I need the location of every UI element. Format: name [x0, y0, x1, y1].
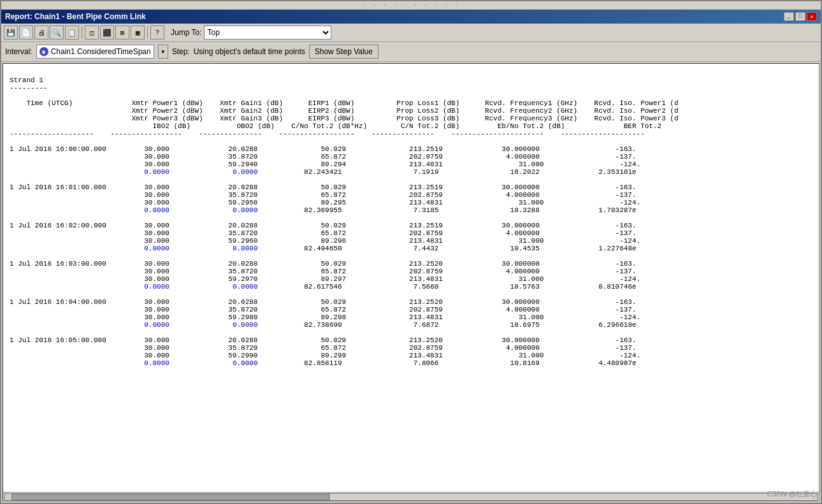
interval-icon: ◉	[40, 47, 48, 56]
interval-bar: Interval: ◉ Chain1 ConsideredTimeSpan ▼ …	[1, 42, 821, 62]
tool-btn-1[interactable]: ◫	[85, 25, 99, 40]
jump-to-area: Jump To: Top	[171, 25, 331, 40]
print-icon[interactable]: 🖨	[34, 25, 48, 40]
title-bar: Report: Chain1 - Bent Pipe Comm Link _ □…	[1, 10, 821, 24]
row-1: 1 Jul 2016 16:01:00.000 30.000 20.0288 5…	[10, 184, 640, 214]
show-step-button[interactable]: Show Step Value	[309, 45, 379, 59]
save-icon[interactable]: 💾	[4, 25, 18, 40]
horizontal-scrollbar[interactable]	[4, 493, 818, 501]
step-value: Using object's default time points	[194, 47, 305, 56]
row-5: 1 Jul 2016 16:05:00.000 30.000 20.0288 5…	[10, 336, 640, 367]
strand-divider: ---------	[10, 84, 47, 92]
jump-to-label: Jump To:	[171, 28, 201, 37]
copy-icon[interactable]: 📋	[65, 25, 79, 40]
row-0: 1 Jul 2016 16:00:00.000 30.000 20.0288 5…	[10, 145, 640, 176]
strand-title: Strand 1	[10, 76, 43, 84]
restore-button[interactable]: □	[795, 12, 805, 21]
column-headers: Time (UTCG) Xmtr Power1 (dBW) Xmtr Gain1…	[10, 99, 679, 130]
header-divider: -------------------- ----------------- -…	[10, 130, 645, 138]
row-3: 1 Jul 2016 16:03:00.000 30.000 20.0288 5…	[10, 260, 640, 291]
close-button[interactable]: ✕	[807, 12, 817, 21]
interval-dropdown[interactable]: ◉ Chain1 ConsideredTimeSpan	[36, 45, 154, 59]
interval-name: Chain1 ConsideredTimeSpan	[51, 47, 151, 56]
horizontal-scrollbar-area	[3, 492, 819, 501]
window-title: Report: Chain1 - Bent Pipe Comm Link	[5, 12, 146, 21]
watermark: CSDN @红蓝心	[767, 489, 817, 499]
help-icon[interactable]: ?	[150, 25, 164, 40]
row-4: 1 Jul 2016 16:04:00.000 30.000 20.0288 5…	[10, 298, 640, 329]
step-label: Step:	[172, 47, 190, 56]
main-window: · · · · · · · · · · Report: Chain1 - Ben…	[0, 0, 822, 504]
report-content[interactable]: Strand 1 --------- Time (UTCG) Xmtr Powe…	[3, 64, 819, 492]
jump-to-select[interactable]: Top	[204, 25, 331, 40]
interval-arrow-button[interactable]: ▼	[158, 45, 168, 59]
minimize-button[interactable]: _	[784, 12, 794, 21]
scrollbar-thumb[interactable]	[11, 494, 330, 500]
content-area: Strand 1 --------- Time (UTCG) Xmtr Powe…	[3, 63, 819, 501]
new-icon[interactable]: 📄	[19, 25, 33, 40]
top-decoration: · · · · · · · · · ·	[1, 1, 821, 10]
toolbar-sep2	[147, 26, 148, 39]
row-2: 1 Jul 2016 16:02:00.000 30.000 20.0288 5…	[10, 222, 640, 252]
toolbar: 💾 📄 🖨 🔍 📋 ◫ ⬛ ⊠ ▦ ? Jump To: Top	[1, 24, 821, 42]
tool-btn-4[interactable]: ▦	[131, 25, 145, 40]
toolbar-sep1	[82, 26, 82, 39]
window-controls: _ □ ✕	[784, 12, 817, 21]
interval-label: Interval:	[5, 47, 32, 56]
tool-btn-3[interactable]: ⊠	[115, 25, 129, 40]
tool-btn-2[interactable]: ⬛	[100, 25, 114, 40]
find-icon[interactable]: 🔍	[50, 25, 64, 40]
